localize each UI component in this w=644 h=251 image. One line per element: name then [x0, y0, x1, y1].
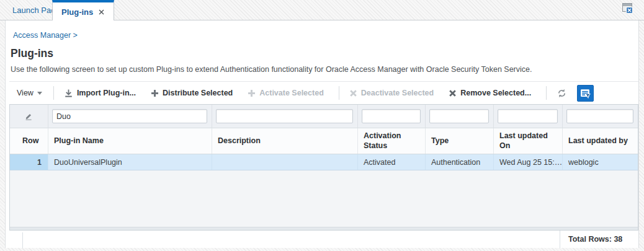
column-header-description[interactable]: Description [212, 128, 358, 154]
filter-cell-description [212, 105, 358, 128]
type-filter-input[interactable] [429, 109, 489, 123]
cell-row-number: 1 [10, 154, 48, 170]
remove-selected-button[interactable]: Remove Selected... [449, 89, 531, 97]
window-layout-icon[interactable] [620, 2, 634, 17]
toolbar-separator [546, 86, 547, 100]
plus-icon [248, 89, 256, 97]
table-row[interactable]: 1 DuoUniversalPlugin Activated Authentic… [10, 154, 638, 170]
filter-row [10, 105, 638, 128]
tab-plug-ins[interactable]: Plug-ins [52, 0, 114, 21]
filter-cell-plugin-name [48, 105, 212, 128]
cell-last-updated-by: weblogic [563, 154, 638, 170]
description-filter-input[interactable] [216, 109, 353, 123]
x-icon [449, 89, 457, 97]
filter-cell-last-updated-by [563, 105, 638, 128]
filter-cell-activation-status [358, 105, 426, 128]
table-footer: Total Rows: 38 [9, 231, 638, 248]
horizontal-scrollbar[interactable] [10, 227, 638, 230]
column-header-row[interactable]: Row [10, 128, 48, 154]
import-plugin-button[interactable]: Import Plug-in... [64, 89, 136, 98]
deactivate-selected-button: Deactivate Selected [349, 89, 434, 97]
column-header-activation-status[interactable]: Activation Status [358, 128, 426, 154]
tab-launch-pad[interactable]: Launch Pad [12, 0, 55, 20]
filter-row-header-cell [10, 105, 48, 128]
table-toolbar: View Import Plug-in... [9, 81, 638, 104]
table-header-row: Row Plug-in Name Description Activation … [10, 128, 638, 154]
footer-divider [22, 232, 23, 248]
x-icon [349, 89, 357, 97]
filter-cell-type [426, 105, 494, 128]
table-empty-area [10, 170, 638, 227]
plugin-name-filter-input[interactable] [52, 109, 207, 123]
activate-selected-button: Activate Selected [248, 89, 324, 97]
footer-divider [560, 231, 560, 248]
content-panel: Access Manager > Plug-ins Use the follow… [5, 20, 639, 248]
column-header-type[interactable]: Type [426, 128, 494, 154]
tab-close-icon[interactable] [98, 9, 105, 15]
cell-description [212, 154, 358, 170]
breadcrumb-access-manager[interactable]: Access Manager > [13, 31, 78, 40]
tab-plug-ins-label: Plug-ins [61, 7, 93, 17]
last-updated-on-filter-input[interactable] [498, 109, 558, 123]
total-rows-label: Total Rows: 38 [568, 231, 622, 248]
tab-bar: Launch Pad Plug-ins [0, 0, 644, 20]
query-by-example-filter-icon[interactable] [577, 85, 594, 102]
plugins-table: Row Plug-in Name Description Activation … [9, 104, 638, 231]
column-header-last-updated-on[interactable]: Last updated On [494, 128, 563, 154]
toolbar-separator [339, 86, 339, 100]
chevron-down-icon [37, 92, 42, 95]
page-title: Plug-ins [11, 47, 53, 60]
refresh-icon[interactable] [557, 88, 567, 99]
import-download-icon [64, 89, 73, 98]
cell-plugin-name: DuoUniversalPlugin [48, 154, 212, 170]
activation-status-filter-input[interactable] [362, 109, 421, 123]
plus-icon [151, 89, 159, 97]
toolbar-separator [53, 86, 54, 100]
last-updated-by-filter-input[interactable] [566, 109, 633, 123]
column-header-last-updated-by[interactable]: Last updated by [563, 128, 638, 154]
oracle-access-manager-screen: Launch Pad Plug-ins Access Manager > Plu… [0, 0, 644, 251]
cell-type: Authentication [426, 154, 494, 170]
cell-activation-status: Activated [358, 154, 426, 170]
filter-pencil-icon [24, 112, 34, 121]
distribute-selected-button[interactable]: Distribute Selected [151, 89, 233, 97]
view-menu-button[interactable]: View [17, 89, 42, 97]
cell-last-updated-on: Wed Aug 25 15:… [494, 154, 563, 170]
column-header-plugin-name[interactable]: Plug-in Name [48, 128, 212, 154]
page-description: Use the following screen to set up custo… [11, 65, 532, 74]
filter-cell-last-updated-on [494, 105, 563, 128]
